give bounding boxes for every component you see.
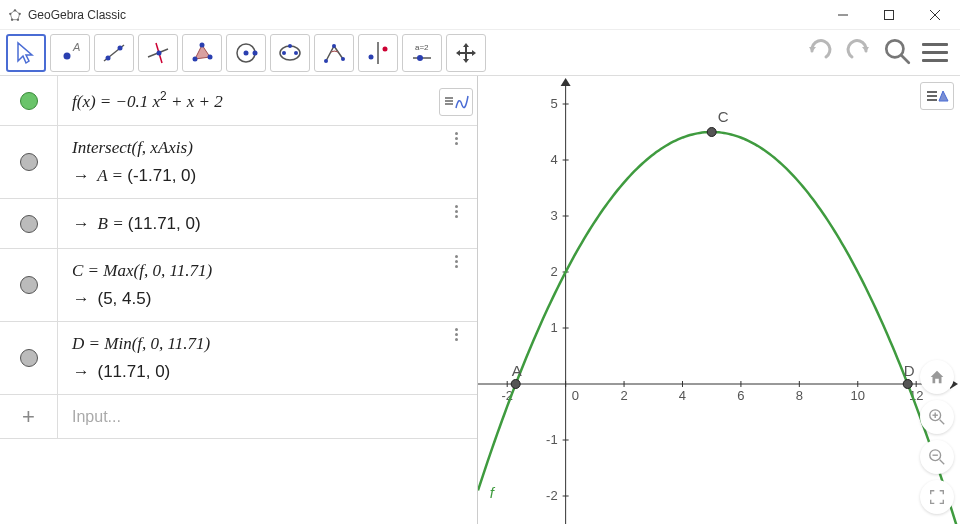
svg-point-18 bbox=[200, 42, 205, 47]
visibility-toggle[interactable] bbox=[20, 92, 38, 110]
main-toolbar: A a=2 bbox=[0, 30, 960, 76]
algebra-expression: C = Max(f, 0, 11.71) bbox=[72, 261, 421, 281]
svg-text:2: 2 bbox=[620, 388, 627, 403]
svg-text:10: 10 bbox=[851, 388, 865, 403]
svg-text:A: A bbox=[72, 41, 80, 53]
svg-point-74 bbox=[511, 380, 520, 389]
svg-text:5: 5 bbox=[550, 96, 557, 111]
svg-text:4: 4 bbox=[550, 152, 557, 167]
algebra-row[interactable]: C = Max(f, 0, 11.71)→ (5, 4.5) bbox=[0, 249, 477, 322]
tool-angle[interactable] bbox=[314, 34, 354, 72]
window-maximize-button[interactable] bbox=[866, 0, 912, 30]
algebra-row[interactable]: → B = (11.71, 0) bbox=[0, 199, 477, 249]
zoom-out-button[interactable] bbox=[920, 440, 954, 474]
visibility-toggle[interactable] bbox=[20, 276, 38, 294]
svg-text:-1: -1 bbox=[546, 432, 558, 447]
more-options-button[interactable] bbox=[455, 255, 458, 268]
add-object-button[interactable]: + bbox=[0, 395, 58, 438]
redo-button[interactable] bbox=[844, 37, 872, 69]
algebra-row[interactable]: Intersect(f, xAxis)→ A = (-1.71, 0) bbox=[0, 126, 477, 199]
svg-point-76 bbox=[707, 128, 716, 137]
algebra-expression: f(x) = −0.1 x2 + x + 2 bbox=[72, 89, 421, 112]
more-options-button[interactable] bbox=[455, 328, 458, 341]
svg-rect-6 bbox=[885, 10, 894, 19]
algebra-input[interactable]: Input... bbox=[58, 408, 477, 426]
svg-text:a=2: a=2 bbox=[415, 43, 429, 52]
graphics-settings-button[interactable] bbox=[920, 82, 954, 110]
svg-point-16 bbox=[157, 50, 162, 55]
svg-line-37 bbox=[901, 55, 909, 63]
window-minimize-button[interactable] bbox=[820, 0, 866, 30]
svg-point-13 bbox=[118, 45, 123, 50]
fullscreen-button[interactable] bbox=[920, 480, 954, 514]
svg-line-88 bbox=[940, 460, 945, 465]
svg-text:8: 8 bbox=[796, 388, 803, 403]
window-title: GeoGebra Classic bbox=[28, 8, 126, 22]
menu-button[interactable] bbox=[922, 43, 948, 62]
algebra-view: f(x) = −0.1 x2 + x + 2Intersect(f, xAxis… bbox=[0, 76, 478, 524]
tool-circle[interactable] bbox=[226, 34, 266, 72]
svg-point-9 bbox=[64, 52, 71, 59]
svg-point-27 bbox=[324, 59, 328, 63]
algebra-result: → (5, 4.5) bbox=[72, 289, 421, 309]
svg-text:f: f bbox=[490, 484, 496, 501]
home-view-button[interactable] bbox=[920, 360, 954, 394]
more-options-button[interactable] bbox=[455, 205, 458, 218]
app-logo-icon bbox=[8, 8, 22, 22]
svg-point-29 bbox=[341, 57, 345, 61]
svg-point-31 bbox=[369, 54, 374, 59]
svg-text:A: A bbox=[512, 362, 522, 379]
svg-text:6: 6 bbox=[737, 388, 744, 403]
graphics-view[interactable]: -2024681012-2-112345fACD bbox=[478, 76, 960, 524]
visibility-toggle[interactable] bbox=[20, 215, 38, 233]
svg-text:C: C bbox=[718, 108, 729, 125]
algebra-expression: Intersect(f, xAxis) bbox=[72, 138, 421, 158]
svg-point-21 bbox=[244, 50, 249, 55]
algebra-row[interactable]: f(x) = −0.1 x2 + x + 2 bbox=[0, 76, 477, 126]
tool-point[interactable]: A bbox=[50, 34, 90, 72]
symbolic-toggle-button[interactable] bbox=[439, 88, 473, 116]
tool-move[interactable] bbox=[6, 34, 46, 72]
algebra-expression: → B = (11.71, 0) bbox=[72, 214, 421, 234]
tool-perpendicular[interactable] bbox=[138, 34, 178, 72]
tool-polygon[interactable] bbox=[182, 34, 222, 72]
svg-text:4: 4 bbox=[679, 388, 686, 403]
svg-line-84 bbox=[940, 420, 945, 425]
svg-point-24 bbox=[282, 51, 286, 55]
tool-move-graphics[interactable] bbox=[446, 34, 486, 72]
tool-ellipse[interactable] bbox=[270, 34, 310, 72]
window-close-button[interactable] bbox=[912, 0, 958, 30]
svg-text:2: 2 bbox=[550, 264, 557, 279]
svg-text:1: 1 bbox=[550, 320, 557, 335]
svg-point-12 bbox=[106, 55, 111, 60]
svg-point-22 bbox=[253, 50, 258, 55]
algebra-result: → A = (-1.71, 0) bbox=[72, 166, 421, 186]
more-options-button[interactable] bbox=[455, 132, 458, 145]
svg-point-32 bbox=[383, 46, 388, 51]
tool-line[interactable] bbox=[94, 34, 134, 72]
svg-text:3: 3 bbox=[550, 208, 557, 223]
svg-point-78 bbox=[903, 380, 912, 389]
window-titlebar: GeoGebra Classic bbox=[0, 0, 960, 30]
svg-text:0: 0 bbox=[572, 388, 579, 403]
visibility-toggle[interactable] bbox=[20, 349, 38, 367]
svg-point-17 bbox=[193, 56, 198, 61]
svg-point-28 bbox=[332, 44, 336, 48]
zoom-in-button[interactable] bbox=[920, 400, 954, 434]
svg-point-35 bbox=[417, 55, 423, 61]
tool-slider[interactable]: a=2 bbox=[402, 34, 442, 72]
svg-point-26 bbox=[288, 44, 292, 48]
svg-text:-2: -2 bbox=[546, 488, 558, 503]
undo-button[interactable] bbox=[806, 37, 834, 69]
visibility-toggle[interactable] bbox=[20, 153, 38, 171]
algebra-expression: D = Min(f, 0, 11.71) bbox=[72, 334, 421, 354]
algebra-result: → (11.71, 0) bbox=[72, 362, 421, 382]
search-button[interactable] bbox=[882, 36, 912, 70]
svg-text:D: D bbox=[904, 362, 915, 379]
svg-point-25 bbox=[294, 51, 298, 55]
tool-reflect[interactable] bbox=[358, 34, 398, 72]
svg-point-19 bbox=[208, 54, 213, 59]
algebra-row[interactable]: D = Min(f, 0, 11.71)→ (11.71, 0) bbox=[0, 322, 477, 395]
